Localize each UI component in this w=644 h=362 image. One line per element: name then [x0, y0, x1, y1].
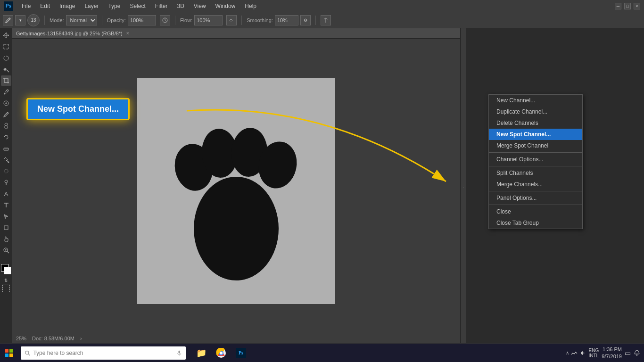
- type-tool[interactable]: [1, 200, 11, 210]
- svg-point-10: [5, 180, 8, 183]
- svg-rect-7: [4, 148, 8, 150]
- ctx-divider-2: [489, 166, 582, 166]
- taskbar-search-input[interactable]: [33, 350, 173, 356]
- eraser-tool[interactable]: [1, 143, 11, 154]
- svg-rect-1: [4, 44, 8, 49]
- ctx-close[interactable]: Close: [489, 206, 582, 217]
- magic-wand-tool[interactable]: [1, 64, 11, 74]
- menu-select[interactable]: Select: [126, 2, 149, 10]
- minimize-btn[interactable]: ─: [615, 3, 621, 9]
- ctx-merge-channels[interactable]: Merge Channels...: [489, 179, 582, 190]
- photoshop-icon: Ps: [235, 347, 247, 359]
- zoom-tool[interactable]: [1, 245, 11, 255]
- canvas-frame: [137, 78, 335, 304]
- taskbar-icon-photoshop[interactable]: Ps: [232, 344, 250, 362]
- history-brush-tool[interactable]: [1, 132, 11, 142]
- chrome-icon: [215, 347, 227, 359]
- smoothing-input[interactable]: [275, 15, 298, 25]
- canvas-filename: GettyImages-131584349.jpg @ 25% (RGB/8*): [16, 31, 123, 36]
- notification-icon[interactable]: [634, 350, 640, 356]
- taskbar-icon-chrome[interactable]: [212, 344, 230, 362]
- zoom-level: 25%: [16, 336, 26, 341]
- ctx-del-channels[interactable]: Delete Channels: [489, 117, 582, 129]
- opacity-input[interactable]: [128, 15, 156, 25]
- healing-brush-tool[interactable]: [1, 98, 11, 108]
- swap-colors-btn[interactable]: ⇅: [4, 278, 8, 283]
- mode-label: Mode:: [50, 17, 64, 23]
- svg-rect-36: [5, 354, 8, 357]
- paw-image: [156, 92, 316, 290]
- close-window-btn[interactable]: ×: [634, 3, 640, 9]
- ctx-new-spot-channel[interactable]: New Spot Channel...: [489, 129, 582, 140]
- brush-tool-btn[interactable]: [3, 15, 13, 25]
- menu-type[interactable]: Type: [104, 2, 124, 10]
- marquee-tool[interactable]: [1, 41, 11, 52]
- pressure-opacity-btn[interactable]: [160, 15, 170, 25]
- dodge-tool[interactable]: [1, 177, 11, 188]
- hand-tool[interactable]: [1, 234, 11, 244]
- show-desktop-btn[interactable]: ▭: [625, 349, 631, 357]
- svg-point-46: [636, 355, 637, 356]
- start-button[interactable]: [0, 344, 18, 362]
- symmetry-btn[interactable]: [321, 15, 331, 25]
- menu-image[interactable]: Image: [56, 2, 79, 10]
- pen-tool[interactable]: [1, 189, 11, 199]
- new-spot-channel-callout-btn[interactable]: New Spot Channel...: [26, 98, 130, 120]
- ctx-dup-channel[interactable]: Duplicate Channel...: [489, 106, 582, 117]
- color-swap-area[interactable]: ⇅: [4, 278, 8, 283]
- menu-window[interactable]: Window: [212, 2, 239, 10]
- move-tool[interactable]: [1, 30, 11, 41]
- ctx-channel-options[interactable]: Channel Options...: [489, 154, 582, 165]
- time-display: 1:36 PM: [602, 346, 622, 353]
- tray-expand-btn[interactable]: ∧: [566, 350, 569, 355]
- blur-tool[interactable]: [1, 166, 11, 176]
- taskbar-search-bar[interactable]: [21, 346, 186, 360]
- menu-3d[interactable]: 3D: [173, 2, 188, 10]
- svg-point-8: [8, 162, 9, 163]
- brush-size-display[interactable]: 13: [27, 14, 40, 26]
- canvas-tab-close-btn[interactable]: ×: [126, 31, 129, 36]
- svg-rect-34: [5, 349, 8, 353]
- menu-edit[interactable]: Edit: [36, 2, 54, 10]
- panel-resize-handle[interactable]: ⋮: [461, 28, 466, 343]
- foreground-color-swatch[interactable]: [1, 264, 11, 274]
- arrow-forward[interactable]: ›: [80, 336, 82, 341]
- eyedropper-tool[interactable]: [1, 87, 11, 97]
- toolbar: ▾ 13 Mode: Normal Opacity: Flow: Smoothi…: [0, 12, 644, 28]
- menu-help[interactable]: Help: [241, 2, 260, 10]
- date-display: 9/7/2019: [602, 353, 622, 360]
- mode-select[interactable]: Normal: [66, 15, 97, 25]
- app-logo: Ps: [4, 1, 13, 11]
- tools-panel: ⇅: [0, 28, 12, 343]
- lang-code: ENG: [589, 348, 599, 353]
- brush-preset-btn[interactable]: ▾: [15, 15, 25, 25]
- svg-rect-40: [178, 350, 180, 353]
- taskbar-icon-file-explorer[interactable]: 📁: [192, 344, 210, 362]
- file-explorer-icon: 📁: [196, 347, 207, 359]
- ctx-panel-options[interactable]: Panel Options...: [489, 192, 582, 204]
- svg-line-2: [7, 70, 9, 72]
- paint-bucket-tool[interactable]: [1, 155, 11, 165]
- ctx-split-channels[interactable]: Split Channels: [489, 167, 582, 179]
- clone-stamp-tool[interactable]: [1, 121, 11, 131]
- brush-tool-panel[interactable]: [1, 109, 11, 120]
- menu-layer[interactable]: Layer: [81, 2, 102, 10]
- airbrush-btn[interactable]: [226, 15, 237, 25]
- menu-file[interactable]: File: [18, 2, 34, 10]
- maximize-btn[interactable]: □: [624, 3, 631, 9]
- menu-filter[interactable]: Filter: [151, 2, 172, 10]
- lasso-tool[interactable]: [1, 53, 11, 63]
- ctx-divider-3: [489, 191, 582, 191]
- shape-tool[interactable]: [1, 222, 11, 233]
- path-select-tool[interactable]: [1, 211, 11, 222]
- flow-input[interactable]: [194, 15, 223, 25]
- spotlight-callout: New Spot Channel...: [26, 98, 130, 120]
- crop-tool[interactable]: [1, 75, 11, 86]
- smoothing-options-btn[interactable]: ⚙: [300, 15, 311, 25]
- ctx-new-channel[interactable]: New Channel...: [489, 95, 582, 106]
- ctx-close-tab-group[interactable]: Close Tab Group: [489, 217, 582, 229]
- menu-view[interactable]: View: [190, 2, 210, 10]
- quick-mask-btn[interactable]: [2, 285, 10, 292]
- ctx-merge-spot-channel[interactable]: Merge Spot Channel: [489, 140, 582, 151]
- windows-logo-icon: [5, 349, 13, 357]
